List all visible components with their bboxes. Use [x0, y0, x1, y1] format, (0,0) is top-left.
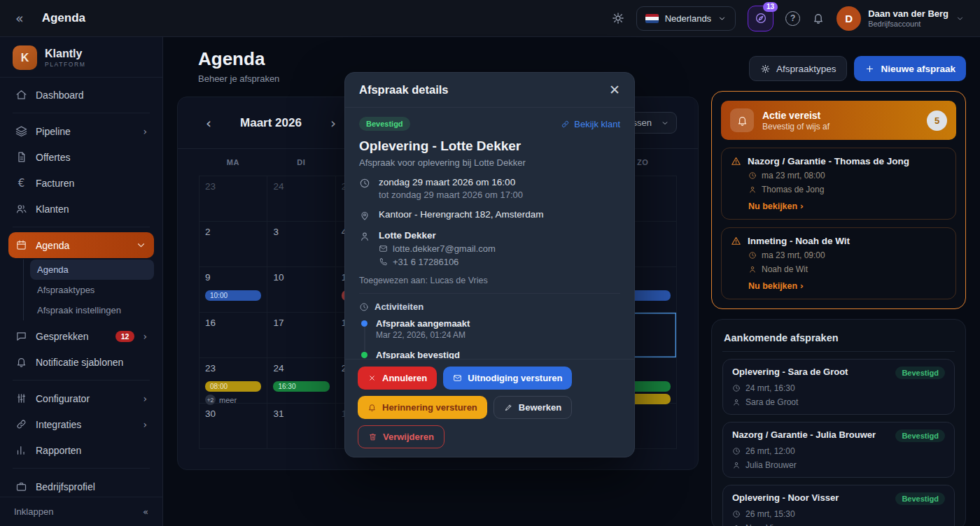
calendar-day-cell[interactable]: 2416:30: [267, 358, 335, 404]
sidebar-item-agenda[interactable]: Agenda: [8, 232, 154, 258]
sidebar-item-rapporten[interactable]: Rapporten: [8, 437, 154, 463]
sidebar-item-label: Pipeline: [36, 126, 134, 137]
appointment-end: tot zondag 29 maart 2026 om 17:00: [379, 190, 523, 200]
upcoming-item-person: Noor Visser: [746, 523, 789, 526]
help-icon[interactable]: ?: [785, 11, 800, 26]
upcoming-item-title: Oplevering - Noor Visser: [732, 492, 839, 503]
sidebar-item-dashboard[interactable]: Dashboard: [8, 82, 154, 108]
delete-button[interactable]: Verwijderen: [358, 425, 444, 448]
close-icon[interactable]: ✕: [609, 83, 620, 97]
link-icon: [15, 418, 27, 430]
calendar-day-cell[interactable]: 31: [267, 404, 335, 449]
action-item-title: Nazorg / Garantie - Thomas de Jong: [748, 156, 909, 166]
cancel-appointment-button[interactable]: Annuleren: [358, 367, 437, 390]
clock-icon: [359, 178, 370, 189]
reminder-label: Herinnering versturen: [382, 402, 477, 413]
appointment-start: zondag 29 maart 2026 om 16:00: [379, 177, 523, 187]
send-reminder-button[interactable]: Herinnering versturen: [358, 396, 487, 419]
sidebar-item-pipeline[interactable]: Pipeline›: [8, 118, 154, 144]
contact-phone[interactable]: +31 6 17286106: [393, 257, 458, 267]
link-icon: [561, 120, 570, 129]
sidebar-item-offertes[interactable]: Offertes: [8, 144, 154, 170]
new-appointment-label: Nieuwe afspraak: [881, 64, 955, 74]
sidebar-nav: DashboardPipeline›Offertes€FacturenKlant…: [0, 78, 162, 497]
calendar-day-cell[interactable]: 16: [200, 313, 267, 358]
sidebar-item-gesprekken[interactable]: Gesprekken12›: [8, 323, 154, 349]
history-clock-icon: [359, 302, 369, 312]
x-icon: [368, 374, 377, 383]
language-selector[interactable]: Nederlands: [636, 6, 736, 31]
review-now-link[interactable]: Nu bekijken ›: [748, 201, 946, 211]
tour-button[interactable]: 13: [748, 6, 774, 31]
theme-toggle-button[interactable]: [612, 12, 624, 24]
mail-icon: [453, 374, 462, 383]
contact-email[interactable]: lotte.dekker7@gmail.com: [393, 243, 496, 254]
event-pill[interactable]: 08:00: [205, 381, 261, 392]
upcoming-item[interactable]: Oplevering - Noor VisserBevestigd26 mrt,…: [722, 485, 955, 526]
calendar-day-cell[interactable]: 2: [200, 222, 267, 267]
calendar-day-cell[interactable]: 23: [200, 176, 267, 222]
sidebar-item-label: Klanten: [36, 204, 147, 215]
bell-icon: [368, 403, 377, 412]
appointment-location: Kantoor - Herengracht 182, Amsterdam: [379, 209, 544, 221]
sidebar-item-configurator[interactable]: Configurator›: [8, 385, 154, 411]
day-number: 30: [205, 408, 261, 419]
review-now-link[interactable]: Nu bekijken ›: [748, 280, 946, 291]
appointment-details-modal: Afspraak details ✕ Bevestigd Bekijk klan…: [344, 72, 635, 457]
sidebar-subitem-afspraaktypes[interactable]: Afspraaktypes: [30, 280, 154, 300]
upcoming-item-title: Oplevering - Sara de Groot: [732, 367, 848, 377]
edit-button[interactable]: Bewerken: [493, 396, 572, 419]
calendar-day-cell[interactable]: 3: [267, 222, 335, 267]
bell-icon: [15, 356, 27, 368]
sidebar-item-integraties[interactable]: Integraties›: [8, 411, 154, 437]
sidebar-item-facturen[interactable]: €Facturen: [8, 170, 154, 196]
sidebar-item-bedrijfsprofiel[interactable]: Bedrijfsprofiel: [8, 474, 154, 497]
calendar-day-cell[interactable]: 30: [200, 404, 267, 449]
brand: K Klantly PLATFORM: [0, 37, 162, 78]
sidebar-collapse[interactable]: Inklappen «: [0, 497, 162, 526]
clock-icon: [732, 510, 741, 518]
user-menu[interactable]: D Daan van der Berg Bedrijfsaccount: [836, 6, 965, 31]
double-chevron-left-icon: «: [143, 506, 148, 517]
send-invite-button[interactable]: Uitnodiging versturen: [443, 367, 572, 390]
calendar-day-cell[interactable]: 910:00: [200, 267, 267, 313]
person-icon: [748, 185, 757, 194]
more-label: meer: [219, 396, 237, 404]
new-appointment-button[interactable]: Nieuwe afspraak: [854, 56, 966, 81]
bell-icon: [730, 108, 754, 132]
event-pill[interactable]: 16:30: [273, 381, 329, 392]
collapse-label: Inklappen: [14, 506, 53, 517]
notifications-button[interactable]: [812, 12, 825, 24]
next-month-button[interactable]: ›: [323, 115, 343, 132]
users-icon: [15, 203, 27, 215]
day-header: MA: [199, 158, 267, 166]
upcoming-item-time: 26 mrt, 15:30: [746, 509, 795, 519]
previous-month-button[interactable]: ‹: [199, 115, 218, 132]
upcoming-item[interactable]: Oplevering - Sara de GrootBevestigd24 mr…: [722, 359, 955, 415]
confirmed-badge: Bevestigd: [895, 367, 945, 379]
page-title: Agenda: [198, 48, 265, 70]
event-pill[interactable]: 10:00: [205, 290, 261, 301]
calendar-day-cell[interactable]: 2308:00+2meer: [200, 358, 267, 404]
day-number: 24: [273, 181, 329, 192]
collapse-sidebar-icon[interactable]: «: [15, 10, 24, 26]
calendar-day-cell[interactable]: 17: [267, 313, 335, 358]
sidebar-subitem-agenda[interactable]: Agenda: [30, 260, 154, 280]
upcoming-item[interactable]: Nazorg / Garantie - Julia BrouwerBevesti…: [722, 422, 955, 478]
view-client-link[interactable]: Bekijk klant: [561, 119, 620, 129]
sidebar-item-label: Bedrijfsprofiel: [36, 481, 147, 492]
appointment-types-button[interactable]: Afspraaktypes: [749, 56, 848, 81]
activity-dot-green: [361, 352, 368, 358]
clock-icon: [732, 447, 741, 455]
sidebar-item-notificatie-sjablonen[interactable]: Notificatie sjablonen: [8, 349, 154, 375]
sidebar-subitem-afspraak-instellingen[interactable]: Afspraak instellingen: [30, 300, 154, 320]
calendar-day-cell[interactable]: 10: [267, 267, 335, 313]
sidebar-divider: [13, 380, 150, 381]
sidebar-item-klanten[interactable]: Klanten: [8, 196, 154, 222]
user-role: Bedrijfsaccount: [868, 20, 948, 28]
action-required-count-badge: 5: [927, 111, 947, 131]
action-required-item: Nazorg / Garantie - Thomas de Jongma 23 …: [721, 148, 956, 220]
day-number: 3: [273, 227, 329, 237]
calendar-day-cell[interactable]: 24: [267, 176, 335, 222]
action-required-header: Actie vereist Bevestig of wijs af 5: [721, 101, 956, 140]
